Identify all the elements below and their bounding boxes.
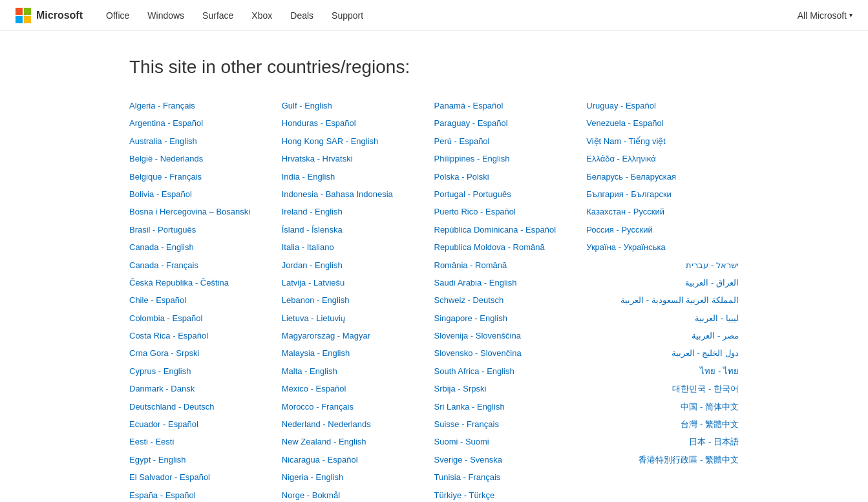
country-link[interactable]: 日本 - 日本語	[586, 434, 739, 449]
country-link[interactable]: Australia - English	[129, 134, 282, 149]
country-link[interactable]: Malta - English	[282, 364, 434, 379]
all-microsoft-menu[interactable]: All Microsoft ▾	[798, 10, 852, 21]
country-link[interactable]: Chile - Español	[129, 293, 282, 308]
page-title: This site in other countries/regions:	[129, 57, 739, 78]
country-link[interactable]: ليبيا - العربية	[586, 311, 739, 326]
country-link[interactable]: Беларусь - Беларуская	[586, 169, 739, 184]
nav-deals[interactable]: Deals	[282, 0, 321, 31]
country-link[interactable]: مصر - العربية	[586, 328, 739, 343]
country-link[interactable]: Polska - Polski	[434, 169, 587, 184]
country-link[interactable]: Česká Republika - Čeština	[129, 275, 282, 290]
country-link[interactable]: Egypt - English	[129, 452, 282, 467]
country-link[interactable]: Malaysia - English	[282, 346, 434, 361]
country-link[interactable]: México - Español	[282, 381, 434, 396]
country-link[interactable]: Gulf - English	[282, 98, 434, 113]
country-link[interactable]: South Africa - English	[434, 364, 587, 379]
country-link[interactable]: Puerto Rico - Español	[434, 204, 587, 219]
country-link[interactable]: Lebanon - English	[282, 293, 434, 308]
country-link[interactable]: Colombia - Español	[129, 311, 282, 326]
country-link[interactable]: Belgique - Français	[129, 169, 282, 184]
country-link[interactable]: Perú - Español	[434, 134, 587, 149]
country-link[interactable]: Italia - Italiano	[282, 240, 434, 255]
country-link[interactable]: Portugal - Português	[434, 187, 587, 202]
country-link[interactable]: Україна - Українська	[586, 240, 739, 255]
country-link[interactable]: Paraguay - Español	[434, 116, 587, 131]
country-link[interactable]: Uruguay - Español	[586, 98, 739, 113]
country-column-3: Uruguay - EspañolVenezuela - EspañolViệt…	[586, 98, 739, 502]
country-link[interactable]: Norge - Bokmål	[282, 488, 434, 502]
country-link[interactable]: Hong Kong SAR - English	[282, 134, 434, 149]
country-link[interactable]: Ísland - Íslenska	[282, 222, 434, 237]
country-link[interactable]: Algeria - Français	[129, 98, 282, 113]
country-link[interactable]: Suomi - Suomi	[434, 434, 587, 449]
country-link[interactable]: ישראל - עברית	[586, 258, 739, 273]
country-link[interactable]: Россия - Русский	[586, 222, 739, 237]
country-link[interactable]: Canada - Français	[129, 258, 282, 273]
country-link[interactable]: Nigeria - English	[282, 470, 434, 485]
country-link[interactable]: Bolivia - Español	[129, 187, 282, 202]
country-link[interactable]: Hrvatska - Hrvatski	[282, 151, 434, 166]
country-link[interactable]: El Salvador - Español	[129, 470, 282, 485]
country-link[interactable]: Tunisia - Français	[434, 470, 587, 485]
country-link[interactable]: India - English	[282, 169, 434, 184]
country-link[interactable]: Morocco - Français	[282, 399, 434, 414]
country-link[interactable]: Deutschland - Deutsch	[129, 399, 282, 414]
country-link[interactable]: Brasil - Português	[129, 222, 282, 237]
country-link[interactable]: 香港特別行政區 - 繁體中文	[586, 452, 739, 467]
country-link[interactable]: Canada - English	[129, 240, 282, 255]
country-link[interactable]: 中国 - 简体中文	[586, 399, 739, 414]
country-link[interactable]: België - Nederlands	[129, 151, 282, 166]
country-link[interactable]: Argentina - Español	[129, 116, 282, 131]
country-link[interactable]: 대한민국 - 한국어	[586, 381, 739, 396]
country-link[interactable]: República Dominicana - Español	[434, 222, 587, 237]
country-link[interactable]: Republica Moldova - Română	[434, 240, 587, 255]
logo-link[interactable]: Microsoft	[16, 8, 83, 23]
country-link[interactable]: Srbija - Srpski	[434, 381, 587, 396]
country-link[interactable]: Cyprus - English	[129, 364, 282, 379]
country-link[interactable]: 台灣 - 繁體中文	[586, 417, 739, 432]
nav-xbox[interactable]: Xbox	[244, 0, 280, 31]
country-link[interactable]: New Zealand - English	[282, 434, 434, 449]
country-link[interactable]: España - Español	[129, 488, 282, 502]
country-link[interactable]: Latvija - Latviešu	[282, 275, 434, 290]
country-link[interactable]: Türkiye - Türkçe	[434, 488, 587, 502]
country-link[interactable]: Eesti - Eesti	[129, 434, 282, 449]
country-link[interactable]: Ireland - English	[282, 204, 434, 219]
country-link[interactable]: العراق - العربية	[586, 275, 739, 290]
country-link[interactable]: Slovenija - Slovenščina	[434, 328, 587, 343]
country-link[interactable]: Saudi Arabia - English	[434, 275, 587, 290]
country-link[interactable]: Ecuador - Español	[129, 417, 282, 432]
country-link[interactable]: Danmark - Dansk	[129, 381, 282, 396]
country-link[interactable]: دول الخليج - العربية	[586, 346, 739, 361]
country-link[interactable]: Lietuva - Lietuvių	[282, 311, 434, 326]
country-link[interactable]: Panamá - Español	[434, 98, 587, 113]
nav-office[interactable]: Office	[98, 0, 137, 31]
country-link[interactable]: Venezuela - Español	[586, 116, 739, 131]
country-link[interactable]: Казахстан - Русский	[586, 204, 739, 219]
country-link[interactable]: Sverige - Svenska	[434, 452, 587, 467]
country-link[interactable]: Jordan - English	[282, 258, 434, 273]
country-link[interactable]: Crna Gora - Srpski	[129, 346, 282, 361]
country-link[interactable]: Suisse - Français	[434, 417, 587, 432]
country-link[interactable]: Bosna i Hercegovina – Bosanski	[129, 204, 282, 219]
country-link[interactable]: Ελλάδα - Ελληνικά	[586, 151, 739, 166]
nav-support[interactable]: Support	[324, 0, 371, 31]
country-link[interactable]: Slovensko - Slovenčina	[434, 346, 587, 361]
country-link[interactable]: Việt Nam - Tiếng việt	[586, 134, 739, 149]
country-link[interactable]: ไทย - ไทย	[586, 364, 739, 379]
country-link[interactable]: Honduras - Español	[282, 116, 434, 131]
country-link[interactable]: Nicaragua - Español	[282, 452, 434, 467]
country-link[interactable]: Sri Lanka - English	[434, 399, 587, 414]
country-link[interactable]: Nederland - Nederlands	[282, 417, 434, 432]
nav-windows[interactable]: Windows	[140, 0, 192, 31]
country-link[interactable]: المملكة العربية السعودية - العربية	[586, 293, 739, 308]
country-link[interactable]: Costa Rica - Español	[129, 328, 282, 343]
country-link[interactable]: Schweiz - Deutsch	[434, 293, 587, 308]
nav-surface[interactable]: Surface	[195, 0, 241, 31]
country-link[interactable]: България - Български	[586, 187, 739, 202]
country-link[interactable]: România - Română	[434, 258, 587, 273]
country-link[interactable]: Philippines - English	[434, 151, 587, 166]
country-link[interactable]: Indonesia - Bahasa Indonesia	[282, 187, 434, 202]
country-link[interactable]: Singapore - English	[434, 311, 587, 326]
country-link[interactable]: Magyarország - Magyar	[282, 328, 434, 343]
